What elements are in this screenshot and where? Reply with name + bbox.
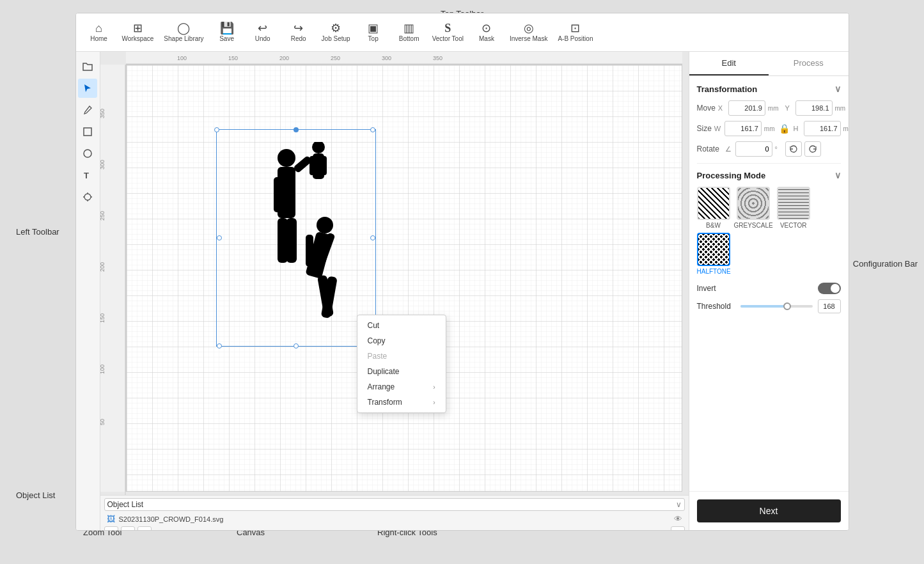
processing-mode-collapse-icon[interactable]: ∨ [834, 170, 841, 180]
svg-rect-24 [127, 65, 682, 491]
object-visibility-icon[interactable]: 👁 [674, 514, 682, 524]
ctx-transform[interactable]: Transform › [357, 395, 446, 410]
toolbar-vector-tool[interactable]: S Vector Tool [432, 22, 464, 42]
ctx-arrange[interactable]: Arrange › [357, 379, 446, 395]
tool-pen[interactable] [78, 100, 97, 120]
workspace-icon: ⊞ [133, 22, 143, 34]
canvas-area[interactable]: 100 150 200 250 300 350 350 300 250 [100, 52, 689, 530]
size-h-group: H mm [794, 121, 849, 136]
toolbar-save[interactable]: 💾 Save [214, 22, 240, 42]
mode-vector[interactable]: VECTOR [777, 187, 810, 229]
inverse-mask-label: Inverse Mask [510, 35, 547, 42]
ctx-duplicate[interactable]: Duplicate [357, 364, 446, 379]
svg-text:250: 250 [100, 211, 106, 221]
tool-select[interactable] [78, 79, 97, 98]
mode-greyscale[interactable]: GREYSCALE [734, 187, 773, 229]
vector-tool-label: Vector Tool [432, 35, 464, 42]
right-panel: Edit Process Transformation ∨ Move X [689, 52, 849, 530]
workspace-label: Workspace [122, 35, 154, 42]
svg-text:100: 100 [177, 55, 187, 61]
tool-ellipse[interactable] [78, 144, 97, 163]
size-w-input[interactable] [724, 121, 762, 136]
rect-icon [82, 127, 93, 137]
lock-icon[interactable]: 🔒 [779, 123, 790, 134]
svg-point-31 [312, 142, 325, 153]
context-menu: Cut Copy Paste Duplicate Arrange [357, 315, 446, 413]
rotate-unit: ° [775, 145, 778, 153]
object-list-collapse-icon: ∨ [676, 500, 682, 509]
toolbar-inverse-mask[interactable]: ◎ Inverse Mask [510, 22, 547, 42]
ctx-copy[interactable]: Copy [357, 333, 446, 349]
mode-halftone[interactable]: HALFTONE [697, 233, 731, 275]
next-button[interactable]: Next [697, 499, 841, 522]
rotate-cw-btn[interactable] [804, 141, 821, 157]
transform-chevron-icon: › [433, 399, 435, 406]
x-unit: mm [768, 105, 779, 112]
toolbar-redo[interactable]: ↪ Redo [286, 22, 311, 42]
invert-row: Invert [697, 283, 841, 294]
toolbar-job-setup[interactable]: ⚙ Job Setup [322, 22, 350, 42]
save-icon: 💾 [220, 22, 234, 34]
mode-bw[interactable]: B&W [697, 187, 730, 229]
bottom-label: Bottom [399, 35, 419, 42]
ol-extra-btn[interactable]: + [671, 526, 685, 530]
slider-thumb [783, 302, 791, 310]
ab-position-label: A-B Position [558, 35, 593, 42]
toolbar-workspace[interactable]: ⊞ Workspace [122, 22, 154, 42]
svg-text:300: 300 [100, 160, 106, 169]
move-x-input[interactable] [728, 100, 765, 116]
shape-library-label: Shape Library [164, 35, 203, 42]
select-icon [82, 83, 93, 93]
size-w-group: W mm [714, 121, 775, 136]
home-icon: ⌂ [95, 22, 102, 34]
threshold-slider[interactable] [740, 305, 813, 308]
toolbar-shape-library[interactable]: ◯ Shape Library [164, 22, 203, 42]
object-list-header[interactable]: Object List ∨ [104, 498, 685, 511]
ol-add-btn[interactable]: + [104, 526, 118, 530]
main-window: ⌂ Home ⊞ Workspace ◯ Shape Library 💾 Sav… [75, 13, 849, 531]
ctx-paste: Paste [357, 349, 446, 364]
rotate-input[interactable] [735, 141, 772, 157]
svg-rect-27 [274, 177, 281, 212]
tab-edit[interactable]: Edit [689, 52, 769, 75]
toolbar-home[interactable]: ⌂ Home [86, 22, 112, 42]
processing-mode-header: Processing Mode ∨ [697, 170, 841, 180]
svg-text:100: 100 [100, 364, 106, 374]
toolbar-ab-position[interactable]: ⊡ A-B Position [558, 22, 593, 42]
toggle-knob [831, 284, 840, 293]
move-y-input[interactable] [795, 100, 833, 116]
x-label: X [718, 104, 726, 112]
processing-mode-title: Processing Mode [697, 171, 766, 180]
rotate-ccw-btn[interactable] [785, 141, 802, 157]
move-label: Move [697, 104, 716, 113]
invert-label: Invert [697, 284, 716, 293]
size-h-input[interactable] [804, 121, 841, 136]
ol-remove-btn[interactable]: − [121, 526, 135, 530]
arrange-chevron-icon: › [433, 384, 435, 391]
transformation-collapse-icon[interactable]: ∨ [834, 84, 841, 94]
invert-toggle[interactable] [818, 283, 841, 294]
undo-icon: ↩ [258, 22, 267, 34]
tab-process[interactable]: Process [769, 52, 849, 75]
w-unit: mm [764, 125, 775, 132]
tool-folder[interactable] [78, 57, 97, 76]
mask-icon: ⊙ [482, 22, 491, 34]
tool-text[interactable]: T [78, 166, 97, 185]
threshold-label: Threshold [697, 302, 735, 311]
toolbar-undo[interactable]: ↩ Undo [250, 22, 276, 42]
tool-transform[interactable] [78, 187, 97, 207]
ctx-cut[interactable]: Cut [357, 318, 446, 333]
threshold-value: 168 [818, 299, 841, 313]
svg-text:150: 150 [228, 55, 238, 61]
canvas-grid[interactable]: Cut Copy Paste Duplicate Arrange [126, 65, 682, 492]
ab-position-icon: ⊡ [570, 22, 580, 34]
tool-rect[interactable] [78, 122, 97, 141]
svg-rect-0 [84, 128, 91, 136]
bw-thumb [697, 187, 730, 220]
toolbar-top[interactable]: ▣ Top [361, 22, 386, 42]
halftone-label: HALFTONE [697, 268, 731, 275]
svg-rect-33 [309, 156, 316, 175]
toolbar-mask[interactable]: ⊙ Mask [474, 22, 499, 42]
ol-group-btn[interactable]: ○ [137, 526, 152, 530]
toolbar-bottom[interactable]: ▥ Bottom [396, 22, 422, 42]
